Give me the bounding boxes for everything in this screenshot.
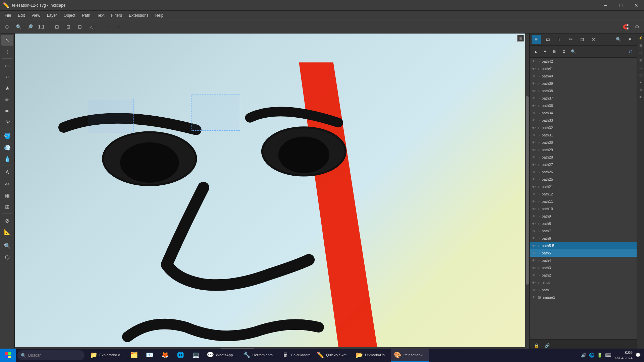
eyedropper-tool[interactable]: 💧	[1, 154, 13, 164]
layer-vis-icon[interactable]: 👁	[532, 266, 536, 270]
close-panel-btn[interactable]: ✕	[589, 35, 598, 44]
fill-tool[interactable]: 🪣	[1, 131, 13, 141]
layer-lock-icon[interactable]: ○	[538, 163, 540, 167]
layer-item-path2[interactable]: 👁○path2	[530, 272, 637, 279]
layer-vis-icon[interactable]: 👁	[532, 215, 536, 218]
menu-path[interactable]: Path	[79, 12, 94, 19]
layer-lock-icon[interactable]: ○	[538, 156, 540, 159]
layer-lock-icon[interactable]: ○	[538, 215, 540, 218]
layer-item-path6[interactable]: 👁○path6	[530, 235, 637, 242]
layer-vis-icon[interactable]: 👁	[532, 104, 536, 108]
layer-lock-icon[interactable]: ○	[538, 281, 540, 285]
layer-lock-icon[interactable]: ○	[538, 170, 540, 174]
layer-item-path41[interactable]: 👁○path41	[530, 65, 637, 72]
layer-vis-icon[interactable]: 👁	[532, 141, 536, 144]
layer-lock-icon[interactable]: ○	[538, 274, 540, 277]
layer-item-path28[interactable]: 👁○path28	[530, 154, 637, 161]
layer-lock-icon[interactable]: ○	[538, 251, 540, 255]
zoom-page-button[interactable]: ⊞	[52, 22, 62, 32]
select-tool[interactable]: ↖	[1, 35, 13, 46]
menu-text[interactable]: Text	[94, 12, 108, 19]
layer-item-path37[interactable]: 👁○path37	[530, 95, 637, 102]
layer-item-path8[interactable]: 👁○path8	[530, 220, 637, 227]
layer-lock-icon[interactable]: ○	[538, 126, 540, 130]
menu-layer[interactable]: Layer	[44, 12, 60, 19]
canvas-vscrollbar[interactable]	[525, 34, 529, 347]
taskbar-app-herramienta[interactable]: 🔧Herramienta ...	[240, 349, 280, 362]
snap-panel-btn4[interactable]: ⊠	[638, 57, 644, 63]
canvas-area[interactable]: ⊞	[15, 34, 529, 351]
menu-filters[interactable]: Filters	[108, 12, 125, 19]
snap-panel-btn7[interactable]: ✦	[638, 79, 644, 85]
zoom-out-button[interactable]: 🔎	[25, 22, 35, 32]
layer-item-path3[interactable]: 👁○path3	[530, 264, 637, 272]
layer-settings-btn[interactable]: ⚙	[560, 48, 568, 56]
layer-item-path42[interactable]: 👁○path42	[530, 58, 637, 65]
layer-lock-icon[interactable]: ○	[538, 82, 540, 85]
layer-lock-icon[interactable]: ○	[538, 148, 540, 152]
layer-lock-icon[interactable]: ○	[538, 74, 540, 78]
canvas-corner-handle[interactable]: ⊞	[517, 35, 524, 42]
layer-item-ninot[interactable]: 👁○ninot	[530, 279, 637, 286]
layer-lock-icon[interactable]: ○	[538, 288, 540, 292]
layer-down-btn[interactable]: ▼	[541, 48, 549, 56]
mesh-tool[interactable]: ⊞	[1, 201, 13, 212]
start-button[interactable]	[0, 349, 16, 362]
menu-view[interactable]: View	[28, 12, 44, 19]
layer-vis-icon[interactable]: 👁	[532, 237, 536, 240]
text-tool[interactable]: A	[1, 167, 13, 178]
canvas-vscroll-thumb[interactable]	[526, 96, 529, 285]
objects-panel-btn[interactable]: 🗂	[543, 35, 552, 44]
layer-item-path5-5[interactable]: 👁○path5-5	[530, 242, 637, 249]
layer-vis-icon[interactable]: 👁	[532, 82, 536, 85]
zoom-tool[interactable]: 🔍	[1, 240, 13, 251]
star-tool[interactable]: ★	[1, 83, 13, 94]
layer-vis-icon[interactable]: 👁	[532, 67, 536, 71]
layer-lock-icon[interactable]: ○	[538, 222, 540, 226]
layer-item-path36[interactable]: 👁○path36	[530, 102, 637, 109]
find-panel-btn[interactable]: 🔍	[614, 35, 623, 44]
layer-lock-icon[interactable]: ○	[538, 185, 540, 189]
menu-help[interactable]: Help	[152, 12, 167, 19]
layer-vis-icon[interactable]: 👁	[532, 281, 536, 285]
measure-tool[interactable]: 📐	[1, 227, 13, 237]
layer-vis-icon[interactable]: 👁	[532, 200, 536, 203]
layer-lock-icon[interactable]: ○	[538, 141, 540, 144]
layer-item-path10[interactable]: 👁○path10	[530, 205, 637, 213]
pencil-tool[interactable]: ✒	[1, 106, 13, 116]
zoom-minus-button[interactable]: −	[113, 22, 123, 32]
snap-button[interactable]: 🧲	[621, 22, 631, 32]
layer-item-path5[interactable]: 👁○path5	[530, 249, 637, 257]
layer-search-btn[interactable]: 🔍	[569, 48, 577, 56]
snap-panel-btn9[interactable]: ✚	[638, 94, 644, 100]
snap-panel-btn6[interactable]: ◻	[638, 72, 644, 78]
taskbar-app-quickly-sket[interactable]: ✏️Quickly Sket...	[314, 349, 352, 362]
layer-item-path4[interactable]: 👁○path4	[530, 257, 637, 264]
layer-lock-icon[interactable]: ○	[538, 67, 540, 71]
layer-vis-icon[interactable]: 👁	[532, 170, 536, 174]
layer-item-image1[interactable]: 👁🖼image1	[530, 294, 637, 301]
layer-lock-icon[interactable]: ○	[538, 178, 540, 181]
zoom-drawing-button[interactable]: ⊡	[63, 22, 73, 32]
menu-object[interactable]: Object	[60, 12, 79, 19]
layer-lock-icon[interactable]: ○	[538, 97, 540, 100]
layer-lock-icon[interactable]: ○	[538, 104, 540, 108]
layer-item-path32[interactable]: 👁○path32	[530, 124, 637, 131]
layer-vis-icon[interactable]: 👁	[532, 288, 536, 292]
taskbar-app-app2[interactable]: 🗂️	[127, 349, 142, 362]
layer-lock-icon[interactable]: ○	[538, 200, 540, 203]
layer-item-path31[interactable]: 👁○path31	[530, 131, 637, 139]
layer-vis-icon[interactable]: 👁	[532, 192, 536, 196]
layer-vis-icon[interactable]: 👁	[532, 244, 536, 248]
zoom-fit-button[interactable]: ⊙	[2, 22, 12, 32]
layer-vis-icon[interactable]: 👁	[532, 74, 536, 78]
minimize-button[interactable]: ─	[598, 0, 613, 11]
layer-item-path38[interactable]: 👁○path38	[530, 87, 637, 95]
layer-vis-icon[interactable]: 👁	[532, 296, 536, 299]
layer-lock-icon[interactable]: ○	[538, 244, 540, 248]
menu-file[interactable]: File	[1, 12, 14, 19]
layer-vis-icon[interactable]: 👁	[532, 126, 536, 130]
layer-vis-icon[interactable]: 👁	[532, 156, 536, 159]
dropper-tool[interactable]: ⊘	[1, 215, 13, 226]
taskbar-app-whatsapp[interactable]: 💬WhatsApp ...	[204, 349, 240, 362]
